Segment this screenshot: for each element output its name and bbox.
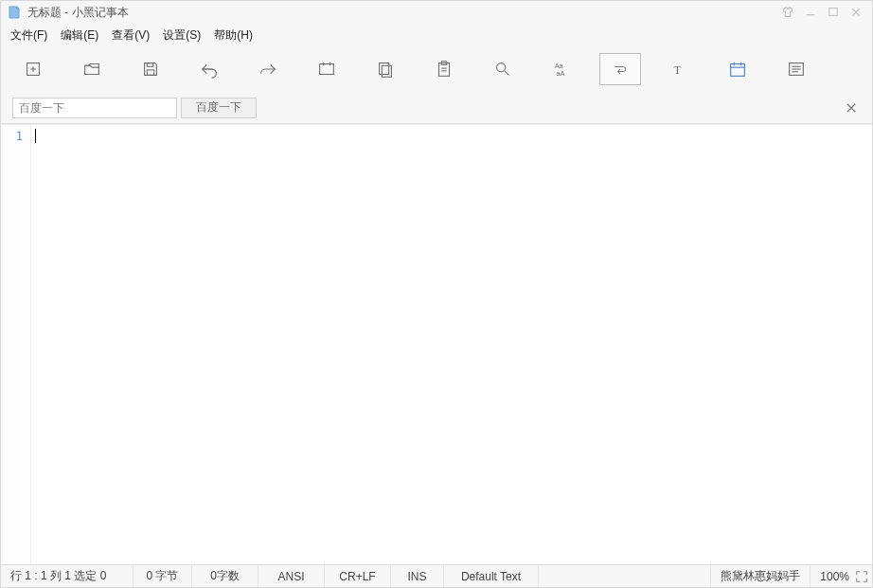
app-icon	[7, 5, 22, 20]
case-button[interactable]: AaaA	[541, 53, 582, 85]
menu-edit[interactable]: 编辑(E)	[61, 27, 98, 44]
text-caret	[35, 129, 36, 143]
font-button[interactable]: T	[658, 53, 700, 85]
menu-view[interactable]: 查看(V)	[112, 27, 150, 44]
zoom-value: 100%	[820, 570, 849, 583]
status-lang[interactable]: Default Text	[444, 565, 539, 587]
menu-bar: 文件(F) 编辑(E) 查看(V) 设置(S) 帮助(H)	[1, 24, 872, 46]
menu-help[interactable]: 帮助(H)	[214, 27, 253, 44]
status-position[interactable]: 行 1 : 1 列 1 选定 0	[1, 565, 134, 587]
menu-file[interactable]: 文件(F)	[10, 27, 47, 44]
status-bar: 行 1 : 1 列 1 选定 0 0 字节 0字数 ANSI CR+LF INS…	[1, 564, 872, 587]
close-search-icon[interactable]	[842, 98, 861, 117]
close-button[interactable]	[846, 4, 866, 21]
undo-button[interactable]	[188, 53, 230, 85]
svg-text:aA: aA	[557, 69, 565, 78]
search-input[interactable]	[12, 98, 177, 118]
svg-rect-7	[320, 64, 334, 75]
editor-area: 1	[1, 124, 872, 564]
menu-setting[interactable]: 设置(S)	[163, 27, 201, 44]
search-bar: 百度一下	[1, 92, 872, 124]
status-ins[interactable]: INS	[391, 565, 444, 587]
svg-rect-11	[382, 65, 391, 77]
maximize-button[interactable]	[823, 4, 844, 21]
app-window: 无标题 - 小黑记事本 文件(F) 编辑(E) 查看(V) 设置(S) 帮助(H…	[0, 0, 873, 588]
open-button[interactable]	[71, 53, 113, 85]
status-encoding[interactable]: ANSI	[258, 565, 325, 587]
cut-button[interactable]	[306, 53, 347, 85]
list-button[interactable]	[775, 53, 817, 85]
find-button[interactable]	[482, 53, 524, 85]
text-area[interactable]	[31, 125, 872, 564]
minimize-button[interactable]	[800, 4, 821, 21]
status-zoom[interactable]: 100%	[811, 565, 872, 587]
wrap-button[interactable]	[599, 53, 641, 85]
svg-point-16	[497, 63, 506, 72]
skin-button[interactable]	[777, 4, 798, 21]
window-title: 无标题 - 小黑记事本	[27, 5, 129, 21]
title-bar: 无标题 - 小黑记事本	[1, 1, 872, 24]
svg-line-17	[505, 71, 509, 76]
status-owner: 熊黛林惠妈妈手	[711, 565, 811, 587]
toolbar: AaaA T	[1, 46, 872, 92]
svg-text:T: T	[674, 63, 682, 77]
redo-button[interactable]	[247, 53, 289, 85]
line-number: 1	[1, 129, 30, 144]
line-gutter: 1	[1, 125, 31, 564]
fullscreen-icon[interactable]	[853, 568, 870, 585]
svg-rect-6	[147, 63, 152, 67]
status-bytes[interactable]: 0 字节	[134, 565, 192, 587]
paste-button[interactable]	[423, 53, 465, 85]
svg-rect-1	[829, 9, 838, 16]
copy-button[interactable]	[365, 53, 406, 85]
status-chars[interactable]: 0字数	[192, 565, 258, 587]
search-go-button[interactable]: 百度一下	[181, 98, 257, 118]
svg-rect-10	[380, 63, 389, 75]
status-eol[interactable]: CR+LF	[325, 565, 391, 587]
calendar-button[interactable]	[717, 53, 758, 85]
save-button[interactable]	[130, 53, 171, 85]
new-button[interactable]	[12, 53, 54, 85]
svg-rect-5	[147, 70, 153, 76]
svg-rect-21	[731, 64, 745, 77]
